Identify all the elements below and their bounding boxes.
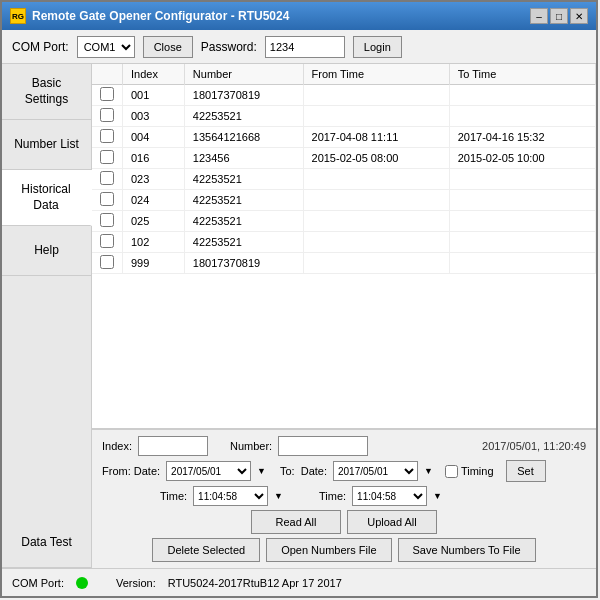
dropdown-arrow-from-time: ▼ bbox=[274, 491, 283, 501]
from-label: From: Date: bbox=[102, 465, 160, 477]
row-to-time bbox=[449, 106, 595, 127]
minimize-button[interactable]: – bbox=[530, 8, 548, 24]
sidebar-item-number-list[interactable]: Number List bbox=[2, 120, 91, 170]
index-input[interactable] bbox=[138, 436, 208, 456]
row-checkbox[interactable] bbox=[100, 213, 114, 227]
password-input[interactable] bbox=[265, 36, 345, 58]
sidebar-label-historical-data: HistoricalData bbox=[21, 182, 70, 213]
row-index: 001 bbox=[123, 85, 185, 106]
row-to-time bbox=[449, 232, 595, 253]
sidebar-label-basic-settings: Basic Settings bbox=[10, 76, 83, 107]
data-table: Index Number From Time To Time 001 18017… bbox=[92, 64, 596, 274]
from-date-select[interactable]: 2017/05/01 bbox=[166, 461, 251, 481]
table-row: 025 42253521 bbox=[92, 211, 596, 232]
row-from-time bbox=[303, 190, 449, 211]
sidebar-item-basic-settings[interactable]: Basic Settings bbox=[2, 64, 91, 120]
col-header-index: Index bbox=[123, 64, 185, 85]
row-from-time bbox=[303, 253, 449, 274]
table-row: 016 123456 2015-02-05 08:00 2015-02-05 1… bbox=[92, 148, 596, 169]
com-port-select[interactable]: COM1 bbox=[77, 36, 135, 58]
to-time-select[interactable]: 11:04:58 bbox=[352, 486, 427, 506]
toolbar: COM Port: COM1 Close Password: Login bbox=[2, 30, 596, 64]
row-to-time bbox=[449, 211, 595, 232]
read-all-button[interactable]: Read All bbox=[251, 510, 341, 534]
row-from-time bbox=[303, 106, 449, 127]
to-date-label: Date: bbox=[301, 465, 327, 477]
dropdown-arrow-from: ▼ bbox=[257, 466, 266, 476]
from-time-select[interactable]: 11:04:58 bbox=[193, 486, 268, 506]
action-row-2: Delete Selected Open Numbers File Save N… bbox=[102, 538, 586, 562]
com-port-label: COM Port: bbox=[12, 40, 69, 54]
set-button[interactable]: Set bbox=[506, 460, 546, 482]
sidebar-item-help[interactable]: Help bbox=[2, 226, 91, 276]
row-index: 999 bbox=[123, 253, 185, 274]
sidebar-label-data-test: Data Test bbox=[21, 535, 71, 551]
upload-all-button[interactable]: Upload All bbox=[347, 510, 437, 534]
row-from-time bbox=[303, 211, 449, 232]
row-checkbox[interactable] bbox=[100, 129, 114, 143]
row-number: 42253521 bbox=[184, 190, 303, 211]
row-from-time bbox=[303, 85, 449, 106]
number-label: Number: bbox=[230, 440, 272, 452]
timing-checkbox[interactable] bbox=[445, 465, 458, 478]
row-checkbox[interactable] bbox=[100, 150, 114, 164]
row-index: 003 bbox=[123, 106, 185, 127]
number-input[interactable] bbox=[278, 436, 368, 456]
window-close-button[interactable]: ✕ bbox=[570, 8, 588, 24]
content-area: Index Number From Time To Time 001 18017… bbox=[92, 64, 596, 568]
row-checkbox[interactable] bbox=[100, 171, 114, 185]
row-checkbox[interactable] bbox=[100, 87, 114, 101]
row-checkbox[interactable] bbox=[100, 108, 114, 122]
version-label: Version: bbox=[116, 577, 156, 589]
sidebar-label-help: Help bbox=[34, 243, 59, 259]
row-number: 42253521 bbox=[184, 211, 303, 232]
table-row: 999 18017370819 bbox=[92, 253, 596, 274]
row-to-time bbox=[449, 85, 595, 106]
row-index: 025 bbox=[123, 211, 185, 232]
to-date-select[interactable]: 2017/05/01 bbox=[333, 461, 418, 481]
main-area: Basic Settings Number List HistoricalDat… bbox=[2, 64, 596, 568]
row-checkbox[interactable] bbox=[100, 234, 114, 248]
table-row: 102 42253521 bbox=[92, 232, 596, 253]
row-index: 023 bbox=[123, 169, 185, 190]
row-from-time bbox=[303, 169, 449, 190]
delete-selected-button[interactable]: Delete Selected bbox=[152, 538, 260, 562]
row-index: 004 bbox=[123, 127, 185, 148]
table-row: 004 13564121668 2017-04-08 11:11 2017-04… bbox=[92, 127, 596, 148]
row-index: 016 bbox=[123, 148, 185, 169]
maximize-button[interactable]: □ bbox=[550, 8, 568, 24]
status-bar: COM Port: Version: RTU5024-2017RtuB12 Ap… bbox=[2, 568, 596, 596]
close-button[interactable]: Close bbox=[143, 36, 193, 58]
from-time-label: Time: bbox=[160, 490, 187, 502]
row-checkbox[interactable] bbox=[100, 192, 114, 206]
row-to-time bbox=[449, 190, 595, 211]
sidebar: Basic Settings Number List HistoricalDat… bbox=[2, 64, 92, 568]
sidebar-label-number-list: Number List bbox=[14, 137, 79, 153]
time-row: Time: 11:04:58 ▼ Time: 11:04:58 ▼ bbox=[102, 486, 586, 506]
row-index: 102 bbox=[123, 232, 185, 253]
bottom-panel: Index: Number: 2017/05/01, 11:20:49 From… bbox=[92, 429, 596, 568]
status-dot bbox=[76, 577, 88, 589]
row-number: 42253521 bbox=[184, 106, 303, 127]
data-table-container: Index Number From Time To Time 001 18017… bbox=[92, 64, 596, 429]
title-bar-left: RG Remote Gate Opener Configurator - RTU… bbox=[10, 8, 289, 24]
status-com-port-label: COM Port: bbox=[12, 577, 64, 589]
table-row: 024 42253521 bbox=[92, 190, 596, 211]
row-checkbox[interactable] bbox=[100, 255, 114, 269]
dropdown-arrow-to: ▼ bbox=[424, 466, 433, 476]
open-numbers-file-button[interactable]: Open Numbers File bbox=[266, 538, 391, 562]
title-bar: RG Remote Gate Opener Configurator - RTU… bbox=[2, 2, 596, 30]
table-row: 003 42253521 bbox=[92, 106, 596, 127]
save-numbers-to-file-button[interactable]: Save Numbers To File bbox=[398, 538, 536, 562]
row-number: 42253521 bbox=[184, 169, 303, 190]
index-label: Index: bbox=[102, 440, 132, 452]
login-button[interactable]: Login bbox=[353, 36, 402, 58]
row-to-time bbox=[449, 169, 595, 190]
row-number: 18017370819 bbox=[184, 85, 303, 106]
sidebar-item-historical-data[interactable]: HistoricalData bbox=[2, 170, 92, 226]
row-index: 024 bbox=[123, 190, 185, 211]
main-window: RG Remote Gate Opener Configurator - RTU… bbox=[0, 0, 598, 598]
sidebar-item-data-test[interactable]: Data Test bbox=[2, 518, 91, 568]
row-number: 123456 bbox=[184, 148, 303, 169]
to-label: To: bbox=[280, 465, 295, 477]
